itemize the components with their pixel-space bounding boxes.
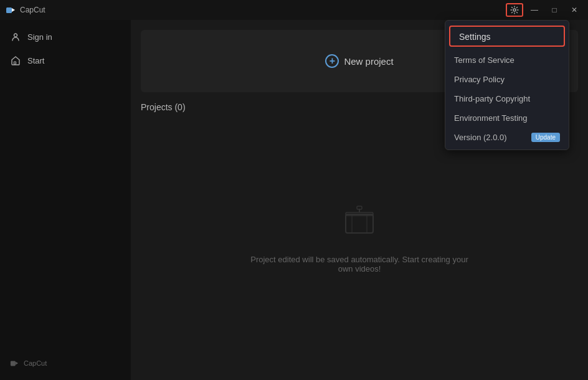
empty-state: Project edited will be saved automatical…: [131, 117, 588, 380]
titlebar: CapCut — □ ✕: [0, 0, 588, 20]
svg-rect-7: [346, 214, 373, 233]
dropdown-item-terms[interactable]: Terms of Service: [445, 50, 569, 70]
svg-marker-6: [16, 361, 18, 364]
svg-rect-11: [357, 206, 362, 209]
sidebar-bottom: CapCut: [0, 351, 131, 375]
close-button[interactable]: ✕: [566, 3, 583, 17]
svg-marker-1: [12, 8, 15, 12]
new-project-label: New project: [344, 56, 393, 67]
home-icon: [10, 55, 21, 66]
app-title: CapCut: [20, 6, 45, 14]
app-logo-icon: [5, 4, 16, 16]
titlebar-controls: — □ ✕: [506, 3, 583, 17]
svg-point-2: [513, 9, 516, 11]
sidebar-bottom-logo: CapCut: [24, 359, 47, 367]
sidebar-item-start[interactable]: Start: [0, 49, 131, 72]
user-icon: [10, 31, 21, 42]
sidebar-item-sign-in[interactable]: Sign in: [0, 25, 131, 49]
empty-state-icon: [334, 199, 384, 245]
sidebar-start-label: Start: [27, 56, 44, 65]
settings-titlebar-button[interactable]: [506, 3, 523, 17]
maximize-button[interactable]: □: [546, 3, 563, 17]
empty-state-text: Project edited will be saved automatical…: [247, 255, 472, 273]
dropdown-item-environment[interactable]: Environment Testing: [445, 108, 569, 128]
svg-rect-8: [352, 214, 367, 233]
plus-icon: +: [325, 54, 339, 68]
sidebar-sign-in-label: Sign in: [27, 32, 52, 42]
dropdown-item-copyright[interactable]: Third-party Copyright: [445, 89, 569, 108]
dropdown-item-privacy[interactable]: Privacy Policy: [445, 70, 569, 89]
minimize-button[interactable]: —: [526, 3, 543, 17]
new-project-inner: + New project: [325, 54, 393, 68]
svg-rect-4: [14, 62, 16, 64]
svg-rect-5: [11, 361, 16, 366]
settings-dropdown-header: Settings: [449, 26, 565, 47]
svg-point-3: [14, 34, 17, 37]
dropdown-item-version[interactable]: Version (2.0.0) Update: [445, 128, 569, 147]
settings-dropdown: Settings Terms of Service Privacy Policy…: [445, 20, 569, 150]
svg-rect-0: [6, 7, 12, 13]
titlebar-left: CapCut: [5, 4, 45, 16]
update-badge: Update: [531, 133, 560, 142]
sidebar: Sign in Start CapCut: [0, 20, 131, 380]
